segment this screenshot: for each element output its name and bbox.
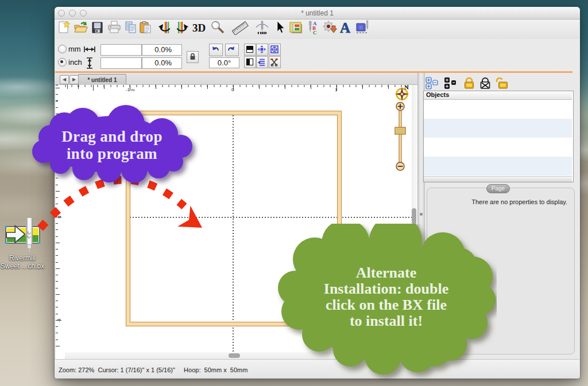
svg-text:N: N: [404, 84, 409, 91]
svg-text:3D: 3D: [192, 22, 206, 34]
svg-text:A: A: [340, 20, 350, 35]
svg-text:C: C: [313, 30, 317, 35]
